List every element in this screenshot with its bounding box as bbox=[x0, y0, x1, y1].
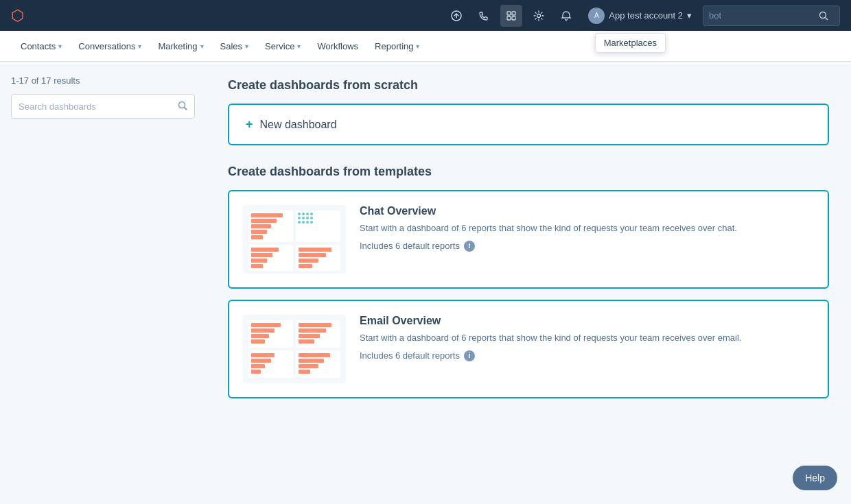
chat-info-icon[interactable]: i bbox=[464, 241, 475, 252]
svg-rect-1 bbox=[507, 12, 511, 15]
svg-point-6 bbox=[820, 12, 826, 18]
new-dashboard-card[interactable]: + New dashboard bbox=[228, 104, 829, 145]
upgrade-icon-button[interactable] bbox=[445, 5, 467, 27]
top-navigation: ⬡ A App test account 2 ▾ Marketplaces bbox=[0, 0, 851, 31]
email-thumb-panel-2 bbox=[296, 320, 340, 348]
email-overview-includes: Includes 6 default reports i bbox=[360, 350, 814, 361]
thumb-panel-1 bbox=[248, 211, 293, 242]
results-count: 1-17 of 17 results bbox=[11, 75, 195, 86]
conversations-chevron-icon: ▾ bbox=[138, 43, 141, 50]
email-thumb-panel-4 bbox=[296, 350, 340, 378]
hubspot-logo-icon[interactable]: ⬡ bbox=[11, 7, 24, 25]
nav-marketing[interactable]: Marketing ▾ bbox=[151, 37, 210, 56]
chat-overview-desc: Start with a dashboard of 6 reports that… bbox=[360, 221, 814, 235]
account-avatar: A bbox=[588, 8, 605, 24]
new-dashboard-label: New dashboard bbox=[260, 119, 337, 131]
svg-rect-3 bbox=[507, 16, 511, 20]
nav-workflows[interactable]: Workflows bbox=[310, 37, 365, 56]
email-overview-title: Email Overview bbox=[360, 315, 814, 327]
help-button[interactable]: Help bbox=[793, 466, 837, 490]
chat-overview-includes: Includes 6 default reports i bbox=[360, 241, 814, 252]
dashboard-search-icon[interactable] bbox=[178, 101, 187, 112]
svg-point-7 bbox=[179, 101, 185, 108]
service-chevron-icon: ▾ bbox=[297, 43, 301, 50]
chat-overview-card[interactable]: Chat Overview Start with a dashboard of … bbox=[228, 190, 829, 289]
nav-conversations[interactable]: Conversations ▾ bbox=[71, 37, 148, 56]
nav-sales[interactable]: Sales ▾ bbox=[213, 37, 256, 56]
nav-contacts[interactable]: Contacts ▾ bbox=[14, 37, 69, 56]
email-overview-thumbnail bbox=[243, 315, 346, 383]
thumb-panel-3 bbox=[248, 245, 293, 271]
chat-overview-thumbnail bbox=[243, 205, 346, 274]
nav-reporting[interactable]: Reporting ▾ bbox=[368, 37, 426, 56]
svg-rect-2 bbox=[512, 12, 515, 15]
reporting-chevron-icon: ▾ bbox=[416, 43, 419, 50]
top-nav-right: A App test account 2 ▾ bbox=[445, 5, 840, 27]
thumb-panel-4 bbox=[296, 245, 340, 271]
account-menu-button[interactable]: A App test account 2 ▾ bbox=[583, 5, 697, 27]
top-nav-left: ⬡ bbox=[11, 7, 24, 25]
main-content: 1-17 of 17 results Create dashboards fro… bbox=[0, 62, 851, 504]
settings-icon-button[interactable] bbox=[528, 5, 550, 27]
scratch-section-title: Create dashboards from scratch bbox=[228, 78, 829, 93]
chat-overview-title: Chat Overview bbox=[360, 205, 814, 217]
secondary-navigation: Contacts ▾ Conversations ▾ Marketing ▾ S… bbox=[0, 31, 851, 62]
contacts-chevron-icon: ▾ bbox=[58, 43, 62, 50]
account-name: App test account 2 bbox=[609, 10, 683, 21]
dashboard-search-bar[interactable] bbox=[11, 94, 195, 119]
sales-chevron-icon: ▾ bbox=[245, 43, 248, 50]
svg-point-5 bbox=[537, 14, 541, 17]
email-overview-desc: Start with a dashboard of 6 reports that… bbox=[360, 331, 814, 345]
templates-section-title: Create dashboards from templates bbox=[228, 165, 829, 179]
global-search-icon[interactable] bbox=[819, 11, 828, 21]
dashboard-search-input[interactable] bbox=[19, 101, 178, 112]
email-overview-card[interactable]: Email Overview Start with a dashboard of… bbox=[228, 300, 829, 398]
marketplaces-tooltip: Marketplaces bbox=[595, 33, 666, 53]
plus-icon: + bbox=[246, 117, 253, 132]
svg-rect-4 bbox=[512, 16, 515, 20]
email-info-icon[interactable]: i bbox=[464, 350, 475, 361]
email-thumb-panel-1 bbox=[248, 320, 293, 348]
email-overview-info: Email Overview Start with a dashboard of… bbox=[360, 315, 814, 361]
email-thumb-panel-3 bbox=[248, 350, 293, 378]
calls-icon-button[interactable] bbox=[473, 5, 495, 27]
nav-service[interactable]: Service ▾ bbox=[258, 37, 307, 56]
dashboard-templates-content: Create dashboards from scratch + New das… bbox=[206, 62, 851, 504]
chat-overview-info: Chat Overview Start with a dashboard of … bbox=[360, 205, 814, 252]
sidebar: 1-17 of 17 results bbox=[0, 62, 206, 504]
marketing-chevron-icon: ▾ bbox=[200, 43, 204, 50]
marketplaces-icon-button[interactable] bbox=[500, 5, 522, 27]
account-chevron-icon: ▾ bbox=[687, 10, 692, 21]
notifications-icon-button[interactable] bbox=[555, 5, 577, 27]
global-search-bar[interactable] bbox=[703, 5, 840, 26]
thumb-panel-2 bbox=[296, 211, 340, 242]
global-search-input[interactable] bbox=[709, 10, 819, 21]
